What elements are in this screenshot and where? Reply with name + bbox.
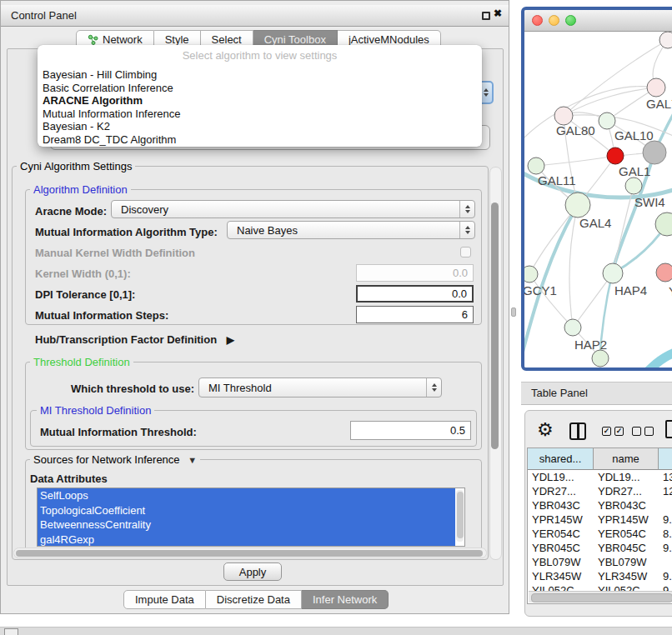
expanded-arrow-icon[interactable]: ▼ (188, 455, 197, 465)
settings-horizontal-scrollbar-thumb[interactable] (16, 550, 483, 557)
collapsed-panel-icon[interactable] (4, 628, 18, 635)
hub-definition-toggle[interactable]: Hub/Transcription Factor Definition ▶ (35, 333, 234, 346)
list-item[interactable]: TopologicalCoefficient (40, 504, 145, 517)
network-node[interactable] (524, 266, 538, 282)
column-header-name[interactable]: name (594, 448, 659, 470)
column-header-label: name (612, 452, 639, 465)
apply-button[interactable]: Apply (223, 562, 282, 581)
gear-icon[interactable]: ⚙ (537, 419, 554, 441)
table-cell (659, 498, 672, 512)
network-node[interactable] (647, 78, 665, 97)
collapsed-arrow-icon[interactable]: ▶ (227, 334, 234, 346)
table-cell: 12 (659, 484, 672, 498)
table-row[interactable]: YBR045CYBR045C9. (528, 541, 672, 555)
control-panel-titlebar (1, 5, 509, 27)
table-row[interactable]: YDL19...YDL19...13 (528, 470, 672, 484)
select-all-columns-icon2[interactable]: ✓ (614, 427, 624, 436)
list-item[interactable]: SelfLoops (40, 489, 88, 502)
table-row[interactable]: YLR345WYLR345W9. (528, 569, 672, 583)
network-node[interactable] (656, 263, 672, 282)
aracne-mode-select[interactable]: Discovery (111, 200, 475, 218)
network-node-label: Y (669, 284, 672, 298)
mi-threshold-group-label: MI Threshold Definition (37, 404, 154, 417)
dropdown-option-selected[interactable]: ARACNE Algorithm (40, 94, 479, 108)
stepper-icon (426, 378, 441, 397)
control-panel-title: Control Panel (11, 5, 77, 27)
float-window-icon[interactable] (482, 12, 490, 20)
column-header-aspl[interactable]: A (659, 448, 672, 470)
mi-steps-value: 6 (462, 308, 468, 321)
tab-impute-data[interactable]: Impute Data (123, 590, 206, 609)
dropdown-option[interactable]: Basic Correlation Inference (40, 82, 479, 95)
dpi-tolerance-label: DPI Tolerance [0,1]: (35, 288, 135, 301)
dropdown-option[interactable]: Mutual Information Inference (40, 108, 479, 121)
mi-type-select[interactable]: Naive Bayes (227, 221, 475, 239)
mi-threshold-input[interactable]: 0.5 (350, 421, 471, 440)
network-edge (644, 348, 672, 368)
tab-discretize-data[interactable]: Discretize Data (206, 590, 302, 609)
settings-horizontal-scrollbar[interactable] (13, 548, 487, 558)
network-edge (569, 205, 578, 328)
network-node-label: GAL11 (538, 173, 576, 188)
split-pane-grip[interactable] (511, 308, 516, 317)
network-window-titlebar[interactable] (524, 10, 672, 32)
table-row[interactable]: YDR27...YDR27...12 (528, 484, 672, 498)
split-columns-icon[interactable] (569, 422, 586, 440)
unselect-all-columns-icon2[interactable] (644, 427, 654, 436)
table-horizontal-scrollbar-thumb[interactable] (531, 593, 672, 602)
export-table-icon[interactable] (665, 420, 672, 438)
network-node[interactable] (655, 212, 672, 236)
table-row[interactable]: YBR043CYBR043C (528, 498, 672, 512)
table-cell: YBL079W (594, 555, 659, 569)
dropdown-option[interactable]: Bayesian - Hill Climbing (40, 68, 479, 82)
tab-infer-network-label: Infer Network (313, 593, 377, 606)
minimize-button[interactable] (549, 15, 559, 26)
network-node[interactable] (565, 192, 590, 218)
network-node-label: GAL1 (619, 164, 650, 178)
table-row[interactable]: YPR145WYPR145W9. (528, 512, 672, 527)
network-node[interactable] (607, 148, 624, 164)
network-node[interactable] (528, 158, 544, 174)
network-node[interactable] (599, 112, 615, 129)
table-row[interactable]: YBL079WYBL079W (528, 555, 672, 569)
network-canvas[interactable]: GAL7GAL80GAL10GAL1GAL11SWI4GAL4GCY1HAP4Y… (524, 32, 672, 368)
algorithm-dropdown-hint: Select algorithm to view settings (38, 49, 482, 62)
network-node[interactable] (592, 350, 609, 367)
attributes-list-scrollbar[interactable] (456, 490, 464, 542)
table-cell: 8. (659, 527, 672, 541)
dropdown-option[interactable]: Bayesian - K2 (40, 120, 479, 133)
table-cell: YBR043C (528, 498, 594, 512)
table-horizontal-scrollbar[interactable] (529, 591, 672, 602)
network-node[interactable] (625, 178, 642, 194)
close-button[interactable] (532, 15, 543, 26)
network-node[interactable] (643, 141, 666, 164)
select-all-columns-icon[interactable]: ✓ (602, 427, 611, 436)
dpi-tolerance-input[interactable]: 0.0 (356, 285, 474, 302)
network-node-label: GCY1 (524, 283, 557, 298)
stepper-down-icon (484, 93, 489, 97)
network-node[interactable] (564, 319, 581, 336)
dropdown-option[interactable]: Dream8 DC_TDC Algorithm (40, 133, 479, 147)
network-node[interactable] (554, 107, 573, 125)
column-header-shared-name[interactable]: shared... (528, 448, 594, 470)
which-threshold-select[interactable]: MI Threshold (198, 378, 442, 398)
list-item[interactable]: BetweennessCentrality (40, 518, 151, 531)
sources-toggle[interactable]: Sources for Network Inference ▼ (30, 453, 200, 466)
unselect-all-columns-icon[interactable] (632, 427, 641, 436)
attributes-list[interactable]: SelfLoops TopologicalCoefficient Between… (37, 488, 465, 547)
zoom-button[interactable] (565, 15, 576, 26)
network-node[interactable] (603, 263, 623, 283)
network-node[interactable] (659, 32, 672, 48)
manual-kernel-checkbox (460, 247, 471, 258)
table-row[interactable]: YER054CYER054C8. (528, 527, 672, 541)
settings-vertical-scrollbar-thumb[interactable] (491, 202, 499, 449)
mi-steps-input[interactable]: 6 (356, 306, 474, 323)
which-threshold-value: MI Threshold (199, 382, 272, 394)
mi-threshold-label: Mutual Information Threshold: (40, 426, 197, 438)
close-panel-icon[interactable]: ✖ (494, 8, 502, 19)
tab-infer-network[interactable]: Infer Network (302, 590, 389, 609)
column-header-label: shared... (539, 452, 582, 465)
tab-cyni-toolbox-label: Cyni Toolbox (264, 33, 326, 46)
check-icon: ✓ (604, 427, 610, 435)
list-item[interactable]: gal4RGexp (40, 533, 94, 546)
